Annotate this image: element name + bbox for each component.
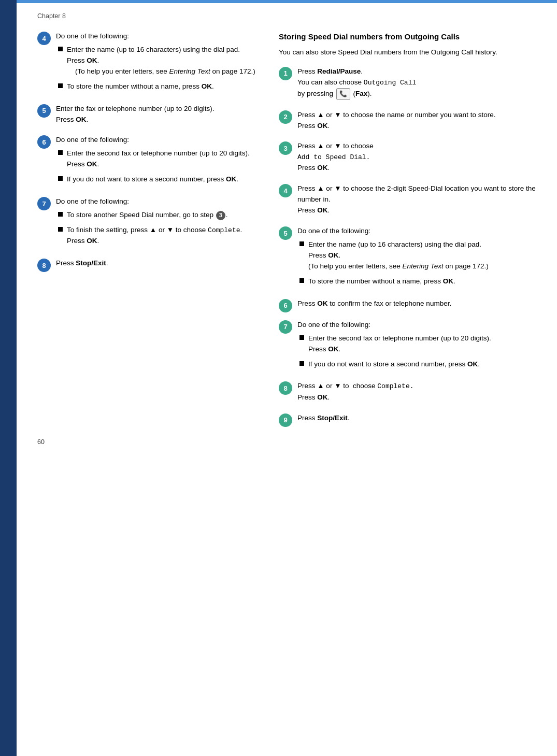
right-step-3: 3 Press ▲ or ▼ to choose Add to Speed Di… [279,141,536,176]
step-badge-r9: 9 [279,413,292,427]
left-column: 4 Do one of the following: Enter the nam… [37,31,260,434]
step-r6-content: Press OK to confirm the fax or telephone… [297,298,536,312]
bullet-text: To finish the setting, press ▲ or ▼ to c… [67,225,260,247]
bullet-square [299,241,304,246]
step-7-intro: Do one of the following: [56,196,260,207]
step-r8-text: Press ▲ or ▼ to choose Complete.Press OK… [297,381,536,403]
bullet-text: Enter the second fax or telephone number… [308,333,536,355]
left-sidebar-bar [0,0,17,756]
bullet-text: If you do not want to store a second num… [67,174,260,185]
mono-text: Outgoing Call [364,79,416,87]
bullet-square [58,212,63,217]
step-r9-text: Press Stop/Exit. [297,413,536,424]
left-step-7: 7 Do one of the following: To store anot… [37,196,260,251]
bullet-text: To store another Speed Dial number, go t… [67,210,260,221]
press-ok: Press OK. [67,160,99,168]
bullet-item: If you do not want to store a second num… [299,359,536,370]
right-step-2: 2 Press ▲ or ▼ to choose the name or num… [279,110,536,134]
circle-num-3: 3 [216,211,225,220]
left-step-6: 6 Do one of the following: Enter the sec… [37,135,260,189]
step-4-intro: Do one of the following: [56,31,260,42]
step-badge-r3: 3 [279,141,292,155]
right-step-8: 8 Press ▲ or ▼ to choose Complete.Press … [279,381,536,405]
chapter-label: Chapter 8 [37,12,536,20]
bullet-text: If you do not want to store a second num… [308,359,536,370]
step-r7-bullets: Enter the second fax or telephone number… [297,333,536,370]
two-column-layout: 4 Do one of the following: Enter the nam… [37,31,536,434]
step-5-content: Enter the fax or telephone number (up to… [56,104,260,128]
step-r3-text: Press ▲ or ▼ to choose Add to Speed Dial… [297,141,536,174]
bullet-item: Enter the second fax or telephone number… [299,333,536,355]
step-badge-r4: 4 [279,184,292,197]
press-ok: Press OK. [67,237,99,245]
bullet-text: Enter the second fax or telephone number… [67,148,260,170]
right-step-9: 9 Press Stop/Exit. [279,413,536,427]
press-ok: Press OK. [308,345,340,353]
step-r1-text: Press Redial/Pause. You can also choose … [297,66,536,100]
step-badge-8: 8 [37,259,51,272]
right-step-5: 5 Do one of the following: Enter the nam… [279,226,536,291]
step-r1-content: Press Redial/Pause. You can also choose … [297,66,536,103]
indent-note: (To help you enter letters, see Entering… [67,67,255,75]
step-7-bullets: To store another Speed Dial number, go t… [56,210,260,247]
left-step-8: 8 Press Stop/Exit. [37,258,260,272]
step-badge-6: 6 [37,135,51,149]
step-badge-4: 4 [37,32,51,45]
step-r9-content: Press Stop/Exit. [297,413,536,426]
italic-text: Entering Text [169,67,210,75]
bullet-square [58,83,63,88]
section-intro: You can also store Speed Dial numbers fr… [279,47,536,58]
bullet-item: If you do not want to store a second num… [58,174,260,185]
step-8-text: Press Stop/Exit. [56,258,260,269]
bullet-text: Enter the name (up to 16 characters) usi… [67,45,260,77]
bullet-square [58,150,63,155]
bullet-item: Enter the second fax or telephone number… [58,148,260,170]
step-badge-r1: 1 [279,67,292,80]
section-title: Storing Speed Dial numbers from Outgoing… [279,31,536,42]
step-4-bullets: Enter the name (up to 16 characters) usi… [56,45,260,92]
bullet-text: To store the number without a name, pres… [308,276,536,287]
step-r8-content: Press ▲ or ▼ to choose Complete.Press OK… [297,381,536,405]
bullet-item: To store the number without a name, pres… [299,276,536,287]
press-ok: Press OK. [67,56,99,64]
step-6-intro: Do one of the following: [56,135,260,146]
mono-text: Complete. [377,382,413,390]
bullet-item: Enter the name (up to 16 characters) usi… [58,45,260,77]
step-6-bullets: Enter the second fax or telephone number… [56,148,260,185]
right-step-6: 6 Press OK to confirm the fax or telepho… [279,298,536,312]
step-7-content: Do one of the following: To store anothe… [56,196,260,251]
step-r5-bullets: Enter the name (up to 16 characters) usi… [297,239,536,287]
page-number: 60 [37,438,45,446]
left-step-4: 4 Do one of the following: Enter the nam… [37,31,260,96]
step-badge-7: 7 [37,197,51,210]
step-r2-text: Press ▲ or ▼ to choose the name or numbe… [297,110,536,132]
right-step-7: 7 Do one of the following: Enter the sec… [279,320,536,374]
bullet-item: To store the number without a name, pres… [58,81,260,92]
left-step-5: 5 Enter the fax or telephone number (up … [37,104,260,128]
fax-icon: 📞 [336,88,350,100]
right-step-1: 1 Press Redial/Pause. You can also choos… [279,66,536,103]
step-8-content: Press Stop/Exit. [56,258,260,272]
bullet-square [299,278,304,283]
step-r2-content: Press ▲ or ▼ to choose the name or numbe… [297,110,536,134]
step-6-content: Do one of the following: Enter the secon… [56,135,260,189]
step-r5-content: Do one of the following: Enter the name … [297,226,536,291]
bullet-text: To store the number without a name, pres… [67,81,260,92]
bullet-square [58,47,63,51]
mono-text: Add to Speed Dial. [297,153,370,161]
press-ok: Press OK. [308,251,340,259]
bullet-text: Enter the name (up to 16 characters) usi… [308,239,536,272]
step-r5-intro: Do one of the following: [297,226,536,237]
step-r6-text: Press OK to confirm the fax or telephone… [297,298,536,309]
right-step-4: 4 Press ▲ or ▼ to choose the 2-digit Spe… [279,183,536,219]
step-badge-r6: 6 [279,299,292,312]
step-r4-text: Press ▲ or ▼ to choose the 2-digit Speed… [297,183,536,216]
bullet-square [58,176,63,181]
bullet-item: To store another Speed Dial number, go t… [58,210,260,221]
step-badge-r7: 7 [279,320,292,334]
step-r4-content: Press ▲ or ▼ to choose the 2-digit Speed… [297,183,536,219]
step-badge-r8: 8 [279,381,292,395]
bullet-item: Enter the name (up to 16 characters) usi… [299,239,536,272]
italic-text: Entering Text [403,262,444,270]
step-badge-r2: 2 [279,110,292,124]
